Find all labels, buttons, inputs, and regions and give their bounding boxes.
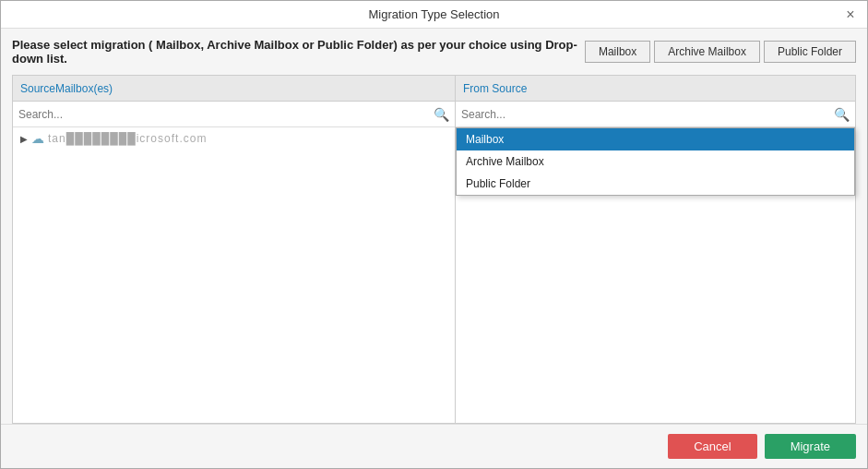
left-panel: Source Mailbox(es) 🔍 ▶ ☁ tan████████icro… [13,76,456,423]
mailbox-button[interactable]: Mailbox [585,41,650,63]
cancel-button[interactable]: Cancel [668,434,756,459]
left-search-input[interactable] [18,108,434,121]
left-search-row: 🔍 [13,102,455,127]
tree-item-label: tan████████icrosoft.com [48,132,207,145]
footer: Cancel Migrate [1,424,867,468]
dropdown-option-public[interactable]: Public Folder [457,173,854,195]
right-panel: From Source 🔍 Mailbox ▼ Mailbox Archive [456,76,855,423]
right-panel-header: From Source [456,76,855,102]
top-buttons-group: Mailbox Archive Mailbox Public Folder [585,41,856,63]
right-search-icon[interactable]: 🔍 [834,107,850,122]
content-area: Please select migration ( Mailbox, Archi… [1,29,867,424]
panels-container: Source Mailbox(es) 🔍 ▶ ☁ tan████████icro… [12,75,856,424]
left-header-prefix: Source [20,82,55,95]
right-header-label: From Source [463,82,527,95]
chevron-right-icon: ▶ [20,134,28,144]
main-window: Migration Type Selection × Please select… [0,0,868,469]
dropdown-popup: Mailbox Archive Mailbox Public Folder [456,127,855,196]
dropdown-option-mailbox[interactable]: Mailbox [457,128,854,150]
left-search-icon[interactable]: 🔍 [434,107,449,122]
title-bar: Migration Type Selection × [1,1,867,29]
right-search-input[interactable] [461,108,834,121]
dropdown-option-archive[interactable]: Archive Mailbox [457,150,854,173]
left-header-highlight: Mailbox(es) [55,82,113,95]
instruction-row: Please select migration ( Mailbox, Archi… [12,38,856,66]
instruction-text: Please select migration ( Mailbox, Archi… [12,38,585,66]
right-search-row: 🔍 [456,102,855,127]
left-panel-header: Source Mailbox(es) [13,76,455,102]
migrate-button[interactable]: Migrate [765,434,856,459]
tree-item[interactable]: ▶ ☁ tan████████icrosoft.com [13,127,455,150]
cloud-icon: ☁ [31,131,44,146]
public-folder-button[interactable]: Public Folder [764,41,856,63]
close-button[interactable]: × [841,6,860,24]
window-title: Migration Type Selection [27,7,841,21]
archive-mailbox-button[interactable]: Archive Mailbox [654,41,760,63]
